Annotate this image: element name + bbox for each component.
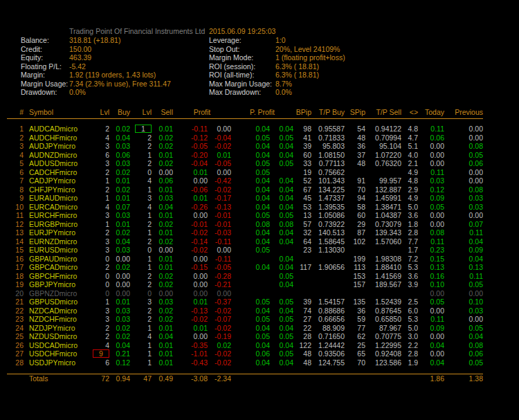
cell-num: 15	[7, 246, 24, 255]
cell-spip: 65	[345, 349, 365, 358]
cell-spread: 5.3	[401, 263, 418, 272]
cell-spip: 153	[345, 272, 365, 281]
cell-lvl-buy: 0	[93, 255, 109, 264]
cell-tp-buy: 0.95587	[311, 125, 345, 134]
totals-p-profit-sell	[270, 374, 293, 383]
cell-profit-buy: -0.02	[173, 246, 208, 255]
cell-symbol: EURJPYmicro	[24, 228, 93, 237]
cell-profit-buy: -0.15	[173, 263, 208, 272]
cell-num: 11	[7, 211, 24, 220]
table-row: 6CADCHFmicro20.0200.000.010.000.05190.75…	[7, 168, 483, 177]
cell-symbol: AUDJPYmicro	[24, 142, 93, 151]
cell-bpip: 45	[293, 194, 311, 203]
red-highlight-box: 9	[93, 349, 109, 358]
cell-buy: 0.21	[109, 349, 130, 358]
cell-previous: 0.07	[444, 220, 483, 229]
cell-profit-buy: -0.13	[173, 307, 208, 316]
cell-tp-sell: 0.65850	[365, 315, 401, 324]
cell-num: 8	[7, 185, 24, 194]
cell-symbol: USDCADmicro	[24, 341, 93, 350]
cell-spread: 3.9	[401, 280, 418, 289]
cell-buy: 0.02	[109, 332, 130, 341]
table-row: 1AUDCADmicro20.0210.01-0.110.000.040.049…	[7, 125, 483, 134]
cell-p-profit-sell	[270, 168, 293, 177]
cell-lvl-buy: 4	[93, 341, 109, 350]
symbols-table: #SymbolLvlBuyLvlSellProfitP. ProfitBPipT…	[7, 108, 483, 383]
table-row: 14EURNZDmicro30.0420.02-0.14-0.110.040.0…	[7, 237, 483, 246]
account-field-value: 463.39	[69, 53, 91, 62]
cell-symbol: GBPJPYmicro	[24, 280, 93, 289]
cell-lvl-buy: 0	[93, 289, 109, 298]
cell-today: 0.03	[418, 176, 444, 185]
cell-previous: 0.08	[444, 185, 483, 194]
cell-profit-sell: -0.02	[208, 142, 231, 151]
account-field-label: Equity:	[21, 53, 43, 62]
cell-lvl-sell: 0	[130, 246, 152, 255]
cell-p-profit-buy: 0.05	[231, 332, 270, 341]
cell-tp-sell: 1.45991	[365, 194, 401, 203]
cell-lvl-buy: 3	[93, 246, 109, 255]
totals-sell: 0.49	[152, 374, 173, 383]
cell-p-profit-buy: 0.04	[231, 194, 270, 203]
cell-p-profit-sell: 0.05	[270, 349, 293, 358]
table-row: 3AUDJPYmicro30.0320.02-0.05-0.020.040.04…	[7, 142, 483, 151]
cell-lvl-sell: 2	[130, 307, 152, 316]
cell-lvl-buy: 2	[93, 263, 109, 272]
table-totals: Totals720.94470.49-3.08-2.341.861.38	[7, 374, 483, 383]
cell-spip: 70	[345, 185, 365, 194]
cell-profit-buy: -1.01	[173, 349, 208, 358]
account-field-label: Margin Mode:	[209, 53, 253, 62]
report-datetime: 2015.06.09 19:25:03	[209, 27, 275, 35]
cell-sell: 0.01	[152, 358, 173, 367]
cell-today: 0.10	[418, 280, 444, 289]
totals-bpip	[293, 374, 311, 383]
cell-spip: 70	[345, 358, 365, 367]
cell-spip: 87	[345, 228, 365, 237]
column-header: P. Profit	[231, 108, 293, 119]
cell-symbol: GBPUSDmicro	[24, 298, 93, 307]
cell-previous: 0.05	[444, 324, 483, 333]
cell-bpip: 48	[293, 349, 311, 358]
cell-spread: 7.7	[401, 237, 418, 246]
cell-tp-sell: 87.967	[365, 324, 401, 333]
cell-tp-sell: 0.87645	[365, 307, 401, 316]
cell-spread: 5.0	[401, 203, 418, 212]
cell-symbol: NZDJPYmicro	[24, 324, 93, 333]
cell-buy: 0.12	[109, 358, 130, 367]
cell-previous: 0.13	[444, 263, 483, 272]
totals-buy: 0.94	[109, 374, 130, 383]
cell-profit-sell: 0.00	[208, 168, 231, 177]
cell-lvl-sell: 2	[130, 315, 152, 324]
cell-symbol: GBPCHFmicro	[24, 272, 93, 281]
cell-tp-sell: 1.57060	[365, 237, 401, 246]
cell-sell: 0.06	[152, 176, 173, 185]
cell-profit-buy: -0.26	[173, 203, 208, 212]
cell-tp-sell: 0.94122	[365, 125, 401, 134]
cell-today: 0.09	[418, 194, 444, 203]
cell-sell: 0.00	[152, 168, 173, 177]
cell-tp-sell: 1.04387	[365, 211, 401, 220]
cell-num: 17	[7, 263, 24, 272]
column-header: SPip	[345, 108, 365, 119]
account-field-label: Margin:	[21, 71, 45, 80]
cell-bpip	[293, 280, 311, 289]
table-row: 15EURUSDmicro30.0300.00-0.020.000.05231.…	[7, 246, 483, 255]
cell-p-profit-buy	[231, 289, 270, 298]
cell-p-profit-sell	[270, 289, 293, 298]
cell-spread: 4.9	[401, 194, 418, 203]
cell-spread: 2.5	[401, 298, 418, 307]
cell-sell: 0.01	[152, 324, 173, 333]
cell-sell: 0.02	[152, 237, 173, 246]
cell-num: 1	[7, 125, 24, 134]
cell-lvl-sell: 2	[130, 237, 152, 246]
cell-symbol: EURNZDmicro	[24, 237, 93, 246]
cell-tp-buy: 95.803	[311, 142, 345, 151]
cell-bpip: 33	[293, 159, 311, 168]
cell-lvl-sell: 3	[130, 298, 152, 307]
cell-lvl-buy: 6	[93, 358, 109, 367]
totals-lvl-buy: 72	[93, 374, 109, 383]
cell-p-profit-sell: 0.05	[270, 134, 293, 143]
cell-buy: 0.01	[109, 176, 130, 185]
cell-p-profit-sell: 0.04	[270, 228, 293, 237]
cell-p-profit-buy: 0.04	[231, 263, 270, 272]
